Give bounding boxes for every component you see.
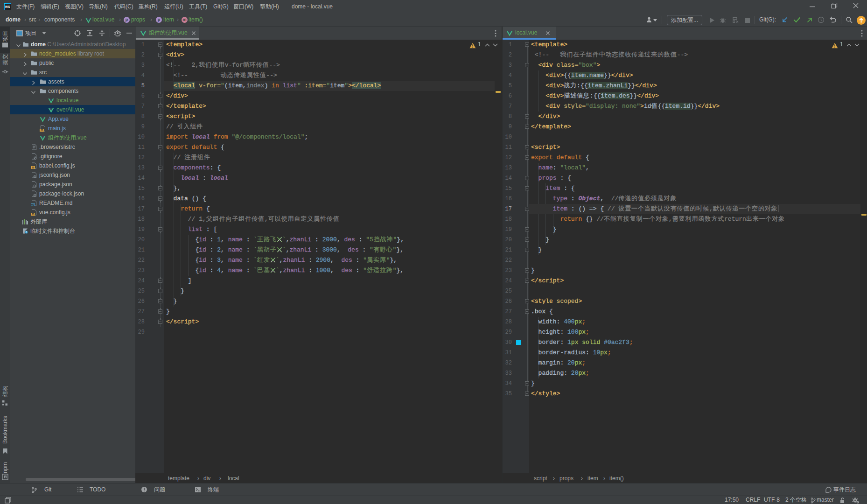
svg-text:MD: MD	[31, 203, 35, 206]
svg-text:JS: JS	[31, 166, 35, 169]
svg-text:JS: JS	[40, 129, 43, 132]
svg-text:JS: JS	[31, 213, 35, 216]
